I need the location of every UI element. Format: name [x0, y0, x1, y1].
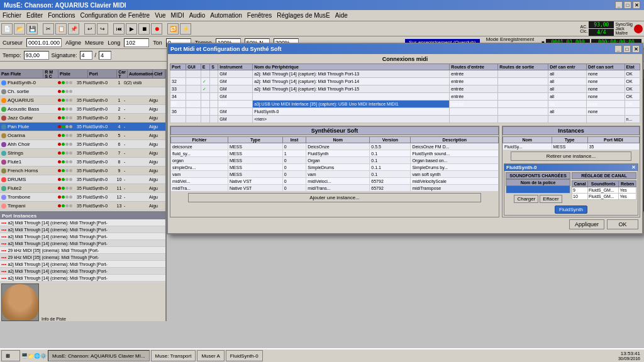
rmsc-dot[interactable] [58, 160, 61, 163]
rmsc-dot[interactable] [65, 90, 69, 93]
port-instance-row[interactable]: •••a2j Midi Through [14] (cinema): Midi … [0, 261, 165, 268]
rmsc-dot[interactable] [58, 125, 61, 128]
synth-row[interactable]: organMESS0Organ0.1Organ based on... [171, 157, 499, 164]
rmsc-dot[interactable] [69, 99, 72, 102]
track-rmsc[interactable] [58, 151, 77, 155]
apply-btn[interactable]: Appliquer [569, 219, 604, 229]
track-row[interactable]: DRUMS35 FluidSynth-010-Aigu [0, 175, 165, 184]
track-row[interactable]: French Horns35 FluidSynth-09-Aigu [0, 167, 165, 175]
midi-dialog-close[interactable]: ✕ [632, 45, 640, 53]
stop-btn[interactable]: ⏹ [138, 23, 150, 35]
remove-instance-btn[interactable]: Retirer une instance... [511, 151, 632, 161]
track-rmsc[interactable] [58, 204, 77, 207]
port-instance-row[interactable]: •••a2j Midi Through [14] (cinema): Midi … [0, 275, 165, 282]
menu-editer[interactable]: Editer [26, 12, 43, 19]
rmsc-dot[interactable] [62, 134, 65, 137]
inst-row[interactable]: FluidSy...MESS35 [503, 143, 640, 150]
rmsc-dot[interactable] [58, 187, 61, 190]
open-btn[interactable]: 📂 [14, 23, 25, 35]
long-value[interactable]: 102 [124, 38, 149, 47]
midi-dialog-maximize[interactable]: □ [623, 45, 631, 53]
synth-row[interactable]: simpleDru...MESS0SimpleDrums0.1.1SimpleD… [171, 164, 499, 171]
track-rmsc[interactable] [58, 81, 77, 84]
rmsc-dot[interactable] [65, 81, 69, 84]
minimize-btn[interactable]: _ [615, 1, 623, 9]
conn-table-body[interactable]: GMa2j: Midi Through [14] (capture): Midi… [170, 70, 640, 123]
task-fluidsynth[interactable]: FluidSynth-0 [226, 350, 263, 361]
track-row[interactable]: Pan Flute35 FluidSynth-04-Aigu [0, 123, 165, 131]
canal-body[interactable]: 9FluidS_GM...Yes10FluidS_GM...Yes [572, 187, 636, 200]
port-instance-row[interactable]: •••a2j Midi Through [14] (cinema): Midi … [0, 219, 165, 226]
rmsc-dot[interactable] [65, 160, 69, 163]
rmsc-dot[interactable] [69, 169, 72, 172]
paste-btn[interactable]: 📌 [68, 23, 79, 35]
rmsc-dot[interactable] [58, 99, 61, 102]
track-rmsc[interactable] [58, 178, 77, 181]
track-row[interactable]: Timpani35 FluidSynth-013-Aigu [0, 202, 165, 211]
cut-btn[interactable]: ✂ [43, 23, 54, 35]
record-btn[interactable]: ⏺ [151, 23, 162, 35]
track-rmsc[interactable] [58, 116, 77, 119]
fs-close[interactable]: ✕ [631, 165, 636, 170]
synth-body[interactable]: deicsonzeMESS0DeicsOnze0.5.5DeicsOnze FM… [171, 143, 499, 192]
conn-row[interactable]: 33✓GMa2j: Midi Through [14] (capture): M… [170, 85, 640, 93]
rmsc-dot[interactable] [65, 195, 69, 199]
play-btn[interactable]: ▶ [126, 23, 137, 35]
rmsc-dot[interactable] [62, 195, 65, 199]
rmsc-dot[interactable] [62, 116, 65, 119]
rmsc-dot[interactable] [65, 116, 69, 119]
rmsc-dot[interactable] [69, 195, 72, 199]
rmsc-dot[interactable] [65, 143, 69, 146]
rmsc-dot[interactable] [58, 116, 61, 119]
rmsc-dot[interactable] [69, 107, 72, 111]
midi-dialog-minimize[interactable]: _ [614, 45, 622, 53]
rmsc-dot[interactable] [62, 107, 65, 111]
rmsc-dot[interactable] [58, 81, 61, 84]
track-row[interactable]: Ocarina35 FluidSynth-05-Aigu [0, 131, 165, 140]
redo-btn[interactable]: ↪ [97, 23, 108, 35]
sf-row[interactable] [506, 186, 570, 194]
rmsc-dot[interactable] [65, 169, 69, 172]
track-row[interactable]: Ahh Choir35 FluidSynth-06-Aigu [0, 140, 165, 149]
track-row[interactable]: AQUARIUS35 FluidSynth-01-Aigu [0, 96, 165, 105]
ok-btn[interactable]: OK [607, 219, 638, 229]
loop-btn[interactable]: 🔁 [167, 23, 179, 35]
rmsc-dot[interactable] [62, 151, 65, 155]
rmsc-dot[interactable] [58, 169, 61, 172]
synth-row[interactable]: midiVel...Native VST0midiVeloci...65792m… [171, 178, 499, 185]
track-row[interactable]: Flute235 FluidSynth-011-Aigu [0, 184, 165, 193]
track-row[interactable]: Jazz Guitar35 FluidSynth-03-Aigu [0, 114, 165, 123]
canal-row[interactable]: 9FluidS_GM...Yes [572, 187, 636, 194]
maximize-btn[interactable]: □ [624, 1, 631, 9]
synth-row[interactable]: deicsonzeMESS0DeicsOnze0.5.5DeicsOnze FM… [171, 143, 499, 150]
port-instance-row[interactable]: •••29 kHz MIDI [35] (cinema): Midi Throu… [0, 247, 165, 254]
conn-row[interactable]: GMa2j: Midi Through [14] (capture): Midi… [170, 70, 640, 78]
track-rmsc[interactable] [58, 99, 77, 102]
conn-row[interactable]: 32✓GMa2j: Midi Through [14] (capture): M… [170, 78, 640, 85]
rmsc-dot[interactable] [65, 99, 69, 102]
start-btn[interactable]: ⊞ [1, 350, 20, 361]
synth-row[interactable]: vamMESS0vam0.1vam soft synth [171, 171, 499, 178]
conn-row[interactable]: 36GMFluidSynth-0allnone [170, 108, 640, 116]
track-row[interactable]: Ch. sortie [0, 87, 165, 96]
rmsc-dot[interactable] [62, 90, 65, 93]
track-rmsc[interactable] [58, 125, 77, 128]
track-rmsc[interactable] [58, 195, 77, 199]
rmsc-dot[interactable] [58, 204, 61, 207]
port-instance-row[interactable]: •••a2j Midi Through [14] (cinema): Midi … [0, 226, 165, 233]
menu-reglages[interactable]: Réglages de MusE [277, 12, 330, 19]
rmsc-dot[interactable] [65, 187, 69, 190]
rmsc-dot[interactable] [69, 151, 72, 155]
port-instance-row[interactable]: •••a2j Midi Through [14] (cinema): Midi … [0, 233, 165, 240]
track-row[interactable]: FluidSynth-035 FluidSynth-010(2) visib [0, 79, 165, 87]
conn-row[interactable]: 35✓✓GMa3j:USB Uno MIDI Interface [35] (c… [170, 101, 640, 108]
port-instance-row[interactable]: •••a2j Midi Through [14] (cinema): Midi … [0, 268, 165, 275]
port-instance-row[interactable]: •••a2j Midi Through [14] (cinema): Midi … [0, 240, 165, 247]
synth-row[interactable]: midiTra...Native VST0midiTrans...65792mi… [171, 185, 499, 192]
rmsc-dot[interactable] [65, 178, 69, 181]
add-instance-btn[interactable]: Ajouter une instance... [188, 193, 481, 202]
track-rmsc[interactable] [58, 187, 77, 190]
rmsc-dot[interactable] [69, 143, 72, 146]
rmsc-dot[interactable] [69, 204, 72, 207]
track-row[interactable]: Flute135 FluidSynth-08-Aigu [0, 158, 165, 167]
